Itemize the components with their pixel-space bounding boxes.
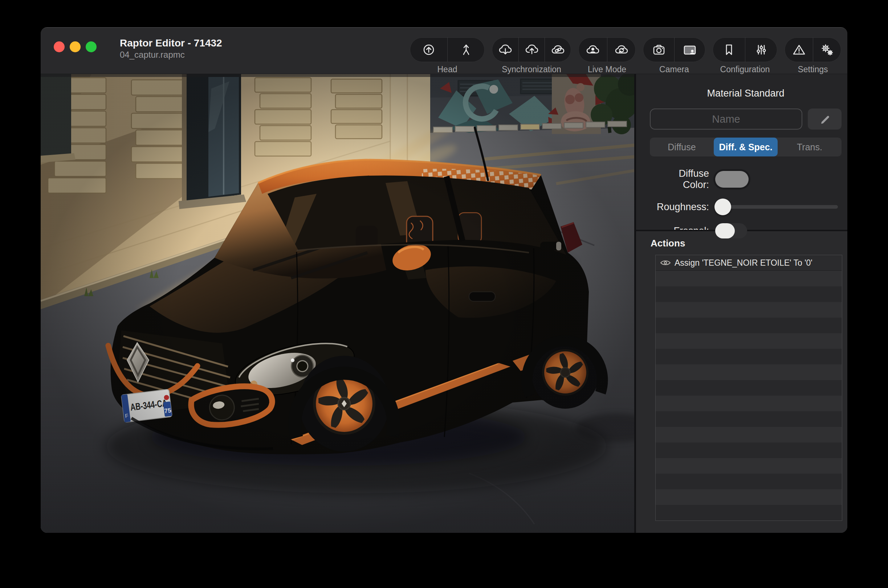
actions-section: Actions Assign 'TEGNE_NOIR ETOILE' To '0… bbox=[636, 231, 848, 533]
camera-button[interactable] bbox=[643, 38, 674, 62]
title-block: Raptor Editor - 71432 04_captur.rapmc bbox=[120, 37, 222, 60]
cloud-upload-button[interactable] bbox=[518, 38, 544, 62]
cloud-user-button[interactable] bbox=[579, 38, 607, 62]
toolbar-label: Settings bbox=[798, 64, 828, 74]
warning-triangle-icon bbox=[792, 42, 806, 57]
action-row-empty[interactable] bbox=[656, 427, 842, 442]
diffuse-color-row: Diffuse Color: bbox=[650, 168, 842, 190]
edit-name-button[interactable] bbox=[808, 108, 842, 130]
toolbar-pill-synchronization bbox=[492, 38, 571, 62]
action-row-empty[interactable] bbox=[656, 474, 842, 489]
action-row-empty[interactable] bbox=[656, 396, 842, 411]
toolbar-pill-settings bbox=[784, 38, 841, 62]
tab-diffuse[interactable]: Diffuse bbox=[650, 138, 714, 156]
action-row-empty[interactable] bbox=[656, 411, 842, 427]
toolbar-label: Head bbox=[438, 64, 458, 74]
material-mode-tabs: Diffuse Diff. & Spec. Trans. bbox=[650, 138, 842, 156]
cloud-download-icon bbox=[498, 42, 513, 57]
minimize-button[interactable] bbox=[70, 41, 81, 52]
toolbar-label: Camera bbox=[659, 64, 689, 74]
material-panel: Material Standard Diffuse Diff. & Spec. … bbox=[634, 74, 848, 533]
action-row-empty[interactable] bbox=[656, 364, 842, 380]
close-button[interactable] bbox=[54, 41, 64, 52]
action-row-empty[interactable] bbox=[656, 286, 842, 302]
roughness-row: Roughness: bbox=[650, 198, 842, 215]
toolbar-label: Configuration bbox=[720, 64, 770, 74]
toolbar-group-camera: Camera bbox=[643, 38, 705, 74]
material-title: Material Standard bbox=[650, 88, 842, 99]
titlebar: Raptor Editor - 71432 04_captur.rapmc bbox=[40, 28, 848, 74]
camera-icon bbox=[652, 42, 666, 57]
roughness-label: Roughness: bbox=[650, 201, 709, 213]
action-row-empty[interactable] bbox=[656, 333, 842, 349]
material-name-row bbox=[650, 108, 842, 130]
bookmark-icon bbox=[722, 42, 736, 57]
cloud-sync-button[interactable] bbox=[607, 38, 635, 62]
render-scene: F AB-344-CA 75 bbox=[40, 74, 634, 533]
merge-arrow-icon bbox=[459, 42, 473, 57]
zoom-button[interactable] bbox=[86, 41, 97, 52]
cloud-sync-icon bbox=[614, 42, 629, 57]
tab-trans[interactable]: Trans. bbox=[778, 138, 842, 156]
toolbar-group-settings: Settings bbox=[784, 38, 841, 74]
toolbar-group-configuration: Configuration bbox=[712, 38, 777, 74]
toolbar-label: Live Mode bbox=[588, 64, 626, 74]
screen-user-icon bbox=[682, 42, 697, 57]
action-row-empty[interactable] bbox=[656, 489, 842, 505]
cloud-user-icon bbox=[586, 42, 600, 57]
action-row-empty[interactable] bbox=[656, 271, 842, 286]
action-row-label: Assign 'TEGNE_NOIR ETOILE' To '0' bbox=[675, 258, 813, 268]
action-row-empty[interactable] bbox=[656, 302, 842, 318]
action-row-empty[interactable] bbox=[656, 318, 842, 333]
roughness-slider-thumb[interactable] bbox=[714, 198, 731, 215]
action-row-empty[interactable] bbox=[656, 442, 842, 458]
toolbar-pill-camera bbox=[643, 38, 705, 62]
main-area: F AB-344-CA 75 bbox=[40, 74, 848, 533]
toolbar-group-head: Head bbox=[410, 38, 484, 74]
material-name-input[interactable] bbox=[650, 108, 802, 130]
tab-diff-and-spec[interactable]: Diff. & Spec. bbox=[714, 138, 778, 156]
toolbar-pill-configuration bbox=[712, 38, 777, 62]
action-row-empty[interactable] bbox=[656, 380, 842, 396]
toolbar-label: Synchronization bbox=[502, 64, 561, 74]
toolbar-group-synchronization: Synchronization bbox=[492, 38, 571, 74]
sliders-icon bbox=[754, 42, 768, 57]
actions-list: Assign 'TEGNE_NOIR ETOILE' To '0' bbox=[655, 255, 842, 521]
material-properties: Diffuse Color: Roughness: bbox=[650, 168, 842, 238]
screen-user-button[interactable] bbox=[674, 38, 705, 62]
toolbar: Head bbox=[410, 38, 841, 74]
head-merge-button[interactable] bbox=[447, 38, 484, 62]
window-title: Raptor Editor - 71432 bbox=[120, 37, 222, 50]
fresnel-toggle-knob bbox=[715, 223, 735, 238]
action-row-empty[interactable] bbox=[656, 349, 842, 364]
sliders-button[interactable] bbox=[745, 38, 777, 62]
toolbar-group-live-mode: Live Mode bbox=[578, 38, 636, 74]
action-row-empty[interactable] bbox=[656, 505, 842, 520]
action-row-assign[interactable]: Assign 'TEGNE_NOIR ETOILE' To '0' bbox=[656, 255, 842, 271]
actions-title: Actions bbox=[651, 238, 842, 249]
cloud-link-button[interactable] bbox=[544, 38, 571, 62]
head-upload-button[interactable] bbox=[410, 38, 447, 62]
pencil-icon bbox=[819, 113, 831, 125]
bookmark-button[interactable] bbox=[713, 38, 745, 62]
visibility-eye-icon[interactable] bbox=[660, 259, 671, 266]
window-filename: 04_captur.rapmc bbox=[120, 50, 222, 60]
cloud-link-icon bbox=[551, 42, 565, 57]
toolbar-pill-live-mode bbox=[578, 38, 636, 62]
diffuse-color-swatch[interactable] bbox=[715, 171, 748, 188]
upload-circle-icon bbox=[422, 42, 436, 57]
cloud-download-button[interactable] bbox=[492, 38, 518, 62]
vignette bbox=[40, 74, 634, 533]
warnings-button[interactable] bbox=[785, 38, 813, 62]
cloud-upload-icon bbox=[525, 42, 539, 57]
gears-icon bbox=[820, 42, 834, 57]
action-row-empty[interactable] bbox=[656, 458, 842, 474]
fresnel-toggle[interactable] bbox=[715, 223, 747, 238]
roughness-slider[interactable] bbox=[715, 198, 838, 215]
render-viewport[interactable]: F AB-344-CA 75 bbox=[40, 74, 634, 533]
app-window: Raptor Editor - 71432 04_captur.rapmc bbox=[40, 27, 848, 533]
traffic-lights bbox=[54, 41, 97, 52]
material-section: Material Standard Diffuse Diff. & Spec. … bbox=[636, 74, 848, 230]
toolbar-pill-head bbox=[410, 38, 484, 62]
settings-button[interactable] bbox=[813, 38, 841, 62]
